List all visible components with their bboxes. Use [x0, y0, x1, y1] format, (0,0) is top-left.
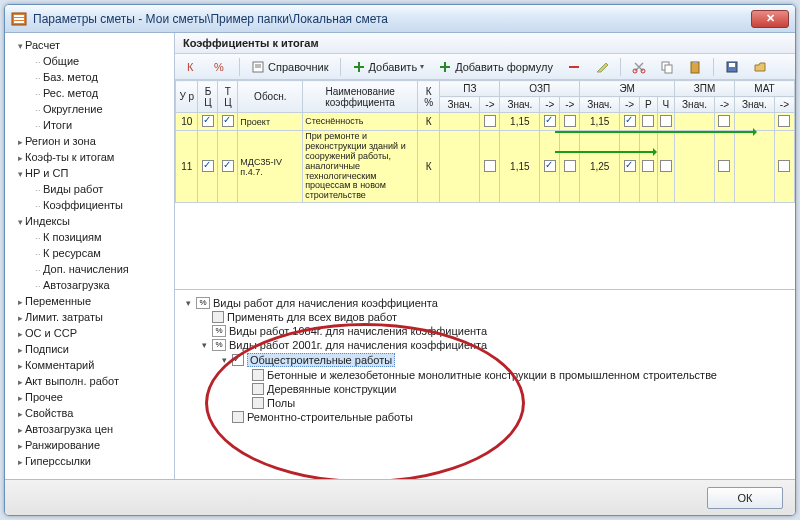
nav-item-21[interactable]: ▸Акт выполн. работ — [5, 373, 174, 389]
percent-button[interactable]: % — [209, 57, 233, 77]
nav-item-4[interactable]: ··Округление — [5, 101, 174, 117]
svg-text:%: % — [214, 61, 224, 73]
app-icon — [11, 11, 27, 27]
nav-item-18[interactable]: ▸ОС и ССР — [5, 325, 174, 341]
k-button[interactable]: К — [181, 57, 205, 77]
nav-item-0[interactable]: ▾Расчет — [5, 37, 174, 53]
tree-node-6[interactable]: Деревянные конструкции — [179, 382, 791, 396]
nav-item-16[interactable]: ▸Переменные — [5, 293, 174, 309]
cut-button[interactable] — [627, 57, 651, 77]
edit-button[interactable] — [590, 57, 614, 77]
nav-item-25[interactable]: ▸Ранжирование — [5, 437, 174, 453]
nav-item-11[interactable]: ▾Индексы — [5, 213, 174, 229]
tree-node-8[interactable]: Ремонтно-строительные работы — [179, 410, 791, 424]
tree-node-1[interactable]: Применять для всех видов работ — [179, 310, 791, 324]
svg-text:К: К — [187, 61, 194, 73]
nav-item-2[interactable]: ··Баз. метод — [5, 69, 174, 85]
svg-rect-19 — [693, 61, 697, 64]
nav-item-24[interactable]: ▸Автозагрузка цен — [5, 421, 174, 437]
nav-item-9[interactable]: ··Виды работ — [5, 181, 174, 197]
tree-node-4[interactable]: ▾Общестроительные работы — [179, 352, 791, 368]
content: ▾Расчет··Общие··Баз. метод··Рес. метод··… — [5, 33, 795, 479]
titlebar: Параметры сметы - Мои сметы\Пример папки… — [5, 5, 795, 33]
add-button[interactable]: Добавить▾ — [347, 57, 430, 77]
nav-item-13[interactable]: ··К ресурсам — [5, 245, 174, 261]
nav-item-26[interactable]: ▸Гиперссылки — [5, 453, 174, 469]
nav-item-8[interactable]: ▾НР и СП — [5, 165, 174, 181]
copy-button[interactable] — [655, 57, 679, 77]
nav-item-15[interactable]: ··Автозагрузка — [5, 277, 174, 293]
open-button[interactable] — [748, 57, 772, 77]
nav-item-22[interactable]: ▸Прочее — [5, 389, 174, 405]
tree-node-2[interactable]: %Виды работ 1984г. для начисления коэффи… — [179, 324, 791, 338]
nav-item-17[interactable]: ▸Лимит. затраты — [5, 309, 174, 325]
add-formula-button[interactable]: Добавить формулу — [433, 57, 558, 77]
save-button[interactable] — [720, 57, 744, 77]
tree-node-7[interactable]: Полы — [179, 396, 791, 410]
grid[interactable]: У рБ ЦТ ЦОбосн.Наименование коэффициента… — [175, 80, 795, 290]
nav-item-10[interactable]: ··Коэффициенты — [5, 197, 174, 213]
reference-button[interactable]: Справочник — [246, 57, 334, 77]
nav-item-19[interactable]: ▸Подписи — [5, 341, 174, 357]
svg-rect-3 — [14, 21, 24, 23]
svg-rect-1 — [14, 15, 24, 17]
tree-panel[interactable]: ▾%Виды работ для начисления коэффициента… — [175, 290, 795, 479]
ok-button[interactable]: ОК — [707, 487, 783, 509]
tree-node-0[interactable]: ▾%Виды работ для начисления коэффициента — [179, 296, 791, 310]
main-panel: Коэффициенты к итогам К % Справочник Доб… — [175, 33, 795, 479]
paste-button[interactable] — [683, 57, 707, 77]
footer: ОК — [5, 479, 795, 515]
delete-button[interactable] — [562, 57, 586, 77]
svg-rect-17 — [665, 65, 672, 73]
section-title: Коэффициенты к итогам — [175, 33, 795, 54]
nav-item-12[interactable]: ··К позициям — [5, 229, 174, 245]
nav-item-14[interactable]: ··Доп. начисления — [5, 261, 174, 277]
sidebar[interactable]: ▾Расчет··Общие··Баз. метод··Рес. метод··… — [5, 33, 175, 479]
tree-node-5[interactable]: Бетонные и железобетонные монолитные кон… — [179, 368, 791, 382]
tree-node-3[interactable]: ▾%Виды работ 2001г. для начисления коэфф… — [179, 338, 791, 352]
nav-item-1[interactable]: ··Общие — [5, 53, 174, 69]
nav-item-3[interactable]: ··Рес. метод — [5, 85, 174, 101]
nav-item-5[interactable]: ··Итоги — [5, 117, 174, 133]
close-button[interactable]: ✕ — [751, 10, 789, 28]
svg-rect-2 — [14, 18, 24, 20]
nav-item-6[interactable]: ▸Регион и зона — [5, 133, 174, 149]
nav-item-7[interactable]: ▸Коэф-ты к итогам — [5, 149, 174, 165]
window-title: Параметры сметы - Мои сметы\Пример папки… — [33, 12, 751, 26]
nav-item-20[interactable]: ▸Комментарий — [5, 357, 174, 373]
nav-item-23[interactable]: ▸Свойства — [5, 405, 174, 421]
svg-rect-21 — [729, 63, 735, 67]
toolbar: К % Справочник Добавить▾ Добавить формул… — [175, 54, 795, 80]
window: Параметры сметы - Мои сметы\Пример папки… — [4, 4, 796, 516]
